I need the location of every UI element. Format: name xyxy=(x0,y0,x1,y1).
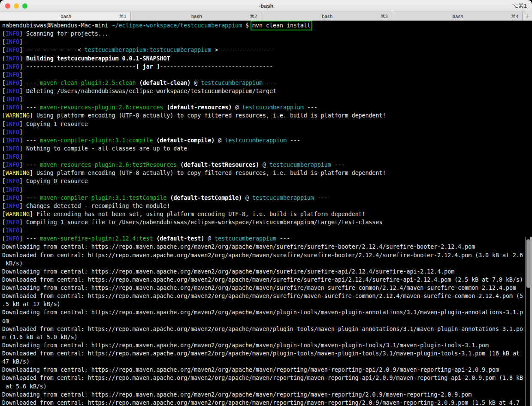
terminal-text: [ xyxy=(2,227,6,234)
terminal-line: Downloaded from central: https://repo.ma… xyxy=(2,251,532,259)
terminal-text: [ xyxy=(2,104,6,111)
terminal-text: @ xyxy=(259,162,269,168)
terminal-line: [INFO] Copying 0 resource xyxy=(2,177,532,185)
terminal-text: [ xyxy=(2,121,6,127)
terminal-text: Downloading from central: https://repo.m… xyxy=(2,367,499,373)
terminal-text: maven-compiler-plugin:3.1:compile xyxy=(40,137,153,144)
terminal-text: [ xyxy=(2,195,6,201)
terminal-text: ] Deleting /Users/nabendubiswas/eclipse-… xyxy=(19,88,276,94)
terminal-text: ] xyxy=(19,186,23,193)
zoom-button[interactable] xyxy=(22,3,27,9)
terminal-line: at 5.6 kB/s) xyxy=(2,382,532,391)
window-titlebar[interactable]: -bash ⌥⌘1 xyxy=(0,0,532,12)
terminal-text: --- xyxy=(287,137,300,144)
terminal-text: Downloading from central: https://repo.m… xyxy=(2,391,472,398)
terminal-text: [ xyxy=(2,235,6,242)
terminal-text: ] -------------------------------- xyxy=(19,63,136,70)
terminal-text: INFO xyxy=(6,47,19,53)
terminal-text: ] Using platform encoding (UTF-8 actuall… xyxy=(30,112,386,119)
terminal-text: ] xyxy=(19,55,26,62)
terminal-text: [ xyxy=(2,63,6,70)
terminal-text: testcucumberappium xyxy=(201,80,263,86)
terminal-text: [ jar ] xyxy=(136,63,160,70)
terminal-line: 47 kB/s) xyxy=(2,358,532,366)
terminal-text: ] xyxy=(19,153,23,160)
window-title: -bash xyxy=(259,3,274,9)
terminal-text: INFO xyxy=(6,55,19,62)
terminal-line: [INFO] --- maven-clean-plugin:2.5:clean … xyxy=(2,79,532,87)
terminal-line: kB/s) xyxy=(2,259,532,268)
window-right-edge xyxy=(530,237,532,406)
terminal-line: Downloading from central: https://repo.m… xyxy=(2,284,532,292)
terminal-line: [INFO] xyxy=(2,186,532,194)
new-tab-button[interactable]: + xyxy=(523,12,532,21)
terminal-text: --------------------------------- xyxy=(160,63,273,70)
command-highlight-box: mvn clean install xyxy=(252,22,311,29)
close-button[interactable] xyxy=(5,3,10,9)
terminal-text: [ xyxy=(2,129,6,135)
terminal-output[interactable]: nabendubiswas@Nabendus-Mac-mini ~/eclips… xyxy=(0,21,532,406)
terminal-text: [ xyxy=(2,219,6,226)
terminal-line: [INFO] Copying 1 resource xyxy=(2,120,532,128)
terminal-line: [INFO] Compiling 1 source file to /Users… xyxy=(2,218,532,226)
terminal-text: [ xyxy=(2,178,6,184)
terminal-line: [INFO] --- maven-resources-plugin:2.6:te… xyxy=(2,161,532,169)
terminal-text: Downloaded from central: https://repo.ma… xyxy=(2,400,520,406)
terminal-line: [INFO] xyxy=(2,95,532,103)
terminal-text: INFO xyxy=(6,88,19,94)
terminal-window: -bash ⌥⌘1 -bash ⌘1 -bash ⌘2 -bash ⌘3 -ba… xyxy=(0,0,532,406)
terminal-text: Downloaded from central: https://repo.ma… xyxy=(2,375,523,381)
terminal-text: testcucumberappium xyxy=(269,162,331,168)
terminal-text: INFO xyxy=(6,235,19,242)
terminal-text: ] xyxy=(19,39,23,45)
terminal-text: ] xyxy=(19,72,23,78)
terminal-line: [INFO] Deleting /Users/nabendubiswas/ecl… xyxy=(2,87,532,95)
tab-bash-2[interactable]: -bash ⌘2 xyxy=(131,12,262,21)
terminal-text: [ xyxy=(2,211,6,217)
scrollbar-thumb[interactable] xyxy=(526,239,530,288)
terminal-line: Downloaded from central: https://repo.ma… xyxy=(2,325,532,333)
terminal-text: [ xyxy=(2,153,6,160)
terminal-text: testcucumberappium xyxy=(242,104,304,111)
terminal-text: [ xyxy=(2,162,6,168)
terminal-text: Downloaded from central: https://repo.ma… xyxy=(2,326,523,332)
terminal-line: Downloading from central: https://repo.m… xyxy=(2,391,532,399)
terminal-text: Downloading from central: https://repo.m… xyxy=(2,342,489,349)
terminal-line: [INFO] --- maven-resources-plugin:2.6:re… xyxy=(2,103,532,111)
terminal-text: [ xyxy=(2,55,6,62)
terminal-text: [ xyxy=(2,186,6,193)
terminal-text: Downloaded from central: https://repo.ma… xyxy=(2,277,523,283)
tab-label: -bash xyxy=(320,14,332,19)
terminal-text: om xyxy=(2,318,9,324)
terminal-text: INFO xyxy=(6,203,19,209)
terminal-text: INFO xyxy=(6,227,19,234)
minimize-button[interactable] xyxy=(14,3,19,9)
tab-label: -bash xyxy=(59,14,71,19)
scrollbar-track-edge xyxy=(525,237,526,406)
terminal-text: maven-clean-plugin:2.5:clean xyxy=(40,80,136,86)
tab-bash-3[interactable]: -bash ⌘3 xyxy=(261,12,392,21)
terminal-text: INFO xyxy=(6,39,19,45)
terminal-text: @ xyxy=(190,80,201,86)
terminal-text: Downloading from central: https://repo.m… xyxy=(2,244,475,250)
terminal-text: Downloading from central: https://repo.m… xyxy=(2,285,516,291)
terminal-text: [ xyxy=(2,30,6,37)
terminal-text: INFO xyxy=(6,72,19,78)
terminal-line: [INFO] xyxy=(2,71,532,79)
terminal-text: Downloaded from central: https://repo.ma… xyxy=(2,350,523,357)
tab-bash-1[interactable]: -bash ⌘1 xyxy=(0,12,131,21)
tab-label: -bash xyxy=(451,14,463,19)
terminal-line: Downloading from central: https://repo.m… xyxy=(2,366,532,374)
terminal-text: 47 kB/s) xyxy=(2,358,30,365)
terminal-line: .5 kB at 17 kB/s) xyxy=(2,300,532,308)
terminal-line: [INFO] --- maven-compiler-plugin:3.1:com… xyxy=(2,136,532,144)
terminal-line: Downloading from central: https://repo.m… xyxy=(2,308,532,316)
terminal-line: [INFO] xyxy=(2,38,532,46)
terminal-text: INFO xyxy=(6,137,19,144)
terminal-text: INFO xyxy=(6,30,19,37)
tab-bash-4[interactable]: -bash ⌘4 xyxy=(392,12,523,21)
terminal-text: INFO xyxy=(6,129,19,135)
terminal-text: INFO xyxy=(6,195,19,201)
terminal-line: [INFO] Nothing to compile - all classes … xyxy=(2,144,532,153)
terminal-line: Downloaded from central: https://repo.ma… xyxy=(2,292,532,300)
